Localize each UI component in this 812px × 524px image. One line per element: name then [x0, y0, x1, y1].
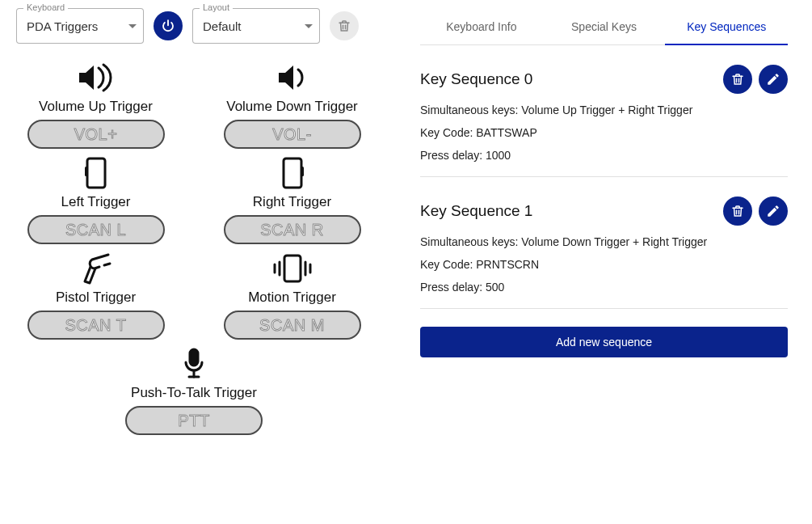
keyboard-select-label: Keyboard	[23, 2, 68, 12]
sequence-actions	[723, 196, 788, 226]
keyboard-select[interactable]: Keyboard PDA Triggers	[16, 8, 144, 44]
sequence-simkeys-label: Simultaneous keys:	[420, 235, 521, 248]
trigger-key-button[interactable]: VOL-	[224, 120, 361, 149]
trigger-motion: Motion Trigger SCAN M	[212, 251, 372, 340]
layout-select-label: Layout	[200, 2, 233, 12]
trigger-key-button[interactable]: SCAN T	[27, 311, 165, 340]
trash-icon	[337, 19, 351, 33]
trigger-volume-up: Volume Up Trigger VOL+	[16, 60, 175, 149]
trigger-label: Volume Up Trigger	[39, 99, 153, 115]
tabs: Keyboard Info Special Keys Key Sequences	[420, 8, 788, 45]
top-row: Keyboard PDA Triggers Layout Default	[16, 8, 372, 44]
trigger-key-text: SCAN M	[259, 316, 325, 335]
sequence-actions	[723, 65, 788, 94]
trigger-key-button[interactable]: SCAN R	[224, 215, 361, 244]
keyboard-select-value: PDA Triggers	[27, 19, 98, 33]
sequence-card: Key Sequence 1 Simultaneous keys:	[420, 177, 788, 309]
sequence-keycode-value: PRNTSCRN	[476, 258, 539, 271]
app-root: Keyboard PDA Triggers Layout Default	[0, 0, 812, 524]
trigger-key-text: VOL-	[272, 125, 312, 144]
tab-special-keys[interactable]: Special Keys	[543, 8, 666, 44]
sequence-keycode-value: BATTSWAP	[476, 126, 536, 139]
trigger-key-button[interactable]: SCAN L	[27, 215, 165, 244]
edit-sequence-button[interactable]	[759, 196, 788, 226]
trigger-row: Push-To-Talk Trigger PTT	[16, 346, 372, 435]
sequence-keycode: Key Code: PRNTSCRN	[420, 258, 788, 271]
trigger-right: Right Trigger SCAN R	[212, 155, 372, 244]
sequence-delay-label: Press delay:	[420, 281, 486, 294]
sequence-simkeys: Simultaneous keys: Volume Down Trigger +…	[420, 235, 788, 248]
trigger-ptt: Push-To-Talk Trigger PTT	[113, 346, 275, 435]
trigger-row: Pistol Trigger SCAN T Motion Trigger	[16, 251, 372, 340]
sequence-delay: Press delay: 1000	[420, 149, 788, 162]
trigger-key-text: VOL+	[74, 125, 118, 144]
chevron-down-icon	[305, 24, 313, 28]
trigger-pistol: Pistol Trigger SCAN T	[16, 251, 175, 340]
sequence-header: Key Sequence 1	[420, 196, 788, 226]
trigger-label: Left Trigger	[61, 194, 131, 210]
delete-sequence-button[interactable]	[723, 196, 752, 226]
trash-icon	[730, 72, 745, 87]
svg-rect-0	[87, 158, 105, 188]
trigger-label: Pistol Trigger	[56, 289, 136, 306]
sequence-keycode: Key Code: BATTSWAP	[420, 126, 788, 139]
trigger-row: Volume Up Trigger VOL+ Volume Down Trigg…	[16, 60, 372, 149]
scanner-icon	[78, 251, 115, 286]
trigger-label: Push-To-Talk Trigger	[131, 385, 257, 401]
delete-sequence-button[interactable]	[723, 65, 752, 94]
sequence-title: Key Sequence 0	[420, 70, 723, 88]
sequence-keycode-label: Key Code:	[420, 258, 476, 271]
trigger-key-text: SCAN T	[65, 316, 127, 335]
trigger-key-text: PTT	[178, 412, 209, 430]
trigger-key-button[interactable]: SCAN M	[224, 311, 361, 340]
sequence-simkeys-value: Volume Down Trigger + Right Trigger	[521, 235, 707, 248]
trigger-key-button[interactable]: PTT	[125, 406, 263, 435]
power-icon	[161, 19, 175, 33]
trigger-key-text: SCAN L	[65, 221, 126, 239]
trigger-key-text: SCAN R	[260, 221, 324, 239]
right-pane: Keyboard Info Special Keys Key Sequences…	[380, 0, 812, 524]
mic-icon	[182, 346, 206, 382]
trigger-row: Left Trigger SCAN L Right Trigger	[16, 155, 372, 244]
layout-select[interactable]: Layout Default	[192, 8, 320, 44]
sequence-card: Key Sequence 0 Simultaneous keys:	[420, 45, 788, 177]
trigger-label: Volume Down Trigger	[226, 99, 358, 115]
volume-up-icon	[73, 60, 120, 95]
svg-rect-2	[284, 158, 301, 188]
sequence-simkeys-label: Simultaneous keys:	[420, 104, 521, 116]
trigger-volume-down: Volume Down Trigger VOL-	[212, 60, 372, 149]
sequence-simkeys: Simultaneous keys: Volume Up Trigger + R…	[420, 104, 788, 116]
svg-rect-1	[85, 167, 88, 176]
sequence-delay-value: 1000	[486, 149, 511, 162]
trigger-key-button[interactable]: VOL+	[27, 120, 165, 149]
trash-icon	[730, 204, 745, 218]
sequence-delay-value: 500	[486, 281, 504, 294]
svg-rect-3	[301, 167, 304, 176]
sequence-simkeys-value: Volume Up Trigger + Right Trigger	[521, 104, 692, 116]
trigger-left: Left Trigger SCAN L	[16, 155, 175, 244]
add-sequence-button[interactable]: Add new sequence	[420, 327, 788, 357]
pencil-icon	[766, 204, 780, 218]
pencil-icon	[766, 72, 780, 87]
svg-rect-5	[190, 349, 198, 366]
vibrate-icon	[270, 251, 315, 286]
chevron-down-icon	[128, 24, 137, 28]
sequence-title: Key Sequence 1	[420, 202, 723, 220]
edit-sequence-button[interactable]	[759, 65, 788, 94]
tab-key-sequences[interactable]: Key Sequences	[665, 8, 788, 44]
device-left-icon	[82, 155, 110, 191]
tab-keyboard-info[interactable]: Keyboard Info	[420, 8, 543, 44]
layout-select-value: Default	[203, 19, 242, 33]
delete-layout-button[interactable]	[330, 11, 359, 40]
sequence-delay-label: Press delay:	[420, 149, 486, 162]
svg-rect-4	[284, 256, 301, 281]
trigger-grid: Volume Up Trigger VOL+ Volume Down Trigg…	[16, 57, 372, 435]
left-pane: Keyboard PDA Triggers Layout Default	[0, 0, 380, 524]
device-right-icon	[279, 155, 306, 191]
power-button[interactable]	[154, 11, 183, 40]
trigger-label: Right Trigger	[253, 194, 331, 210]
sequence-delay: Press delay: 500	[420, 281, 788, 294]
sequence-keycode-label: Key Code:	[420, 126, 476, 139]
sequence-header: Key Sequence 0	[420, 65, 788, 94]
volume-down-icon	[272, 60, 313, 95]
